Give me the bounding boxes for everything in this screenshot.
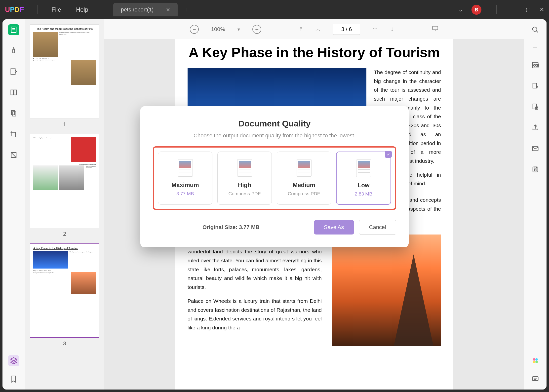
- quality-preview-icon: [356, 159, 371, 177]
- quality-preview-icon: [297, 159, 312, 177]
- maximize-icon[interactable]: ▢: [526, 6, 531, 13]
- quality-sub: Compress PDF: [279, 191, 328, 196]
- modal-title: Document Quality: [153, 119, 396, 128]
- document-tab[interactable]: pets report(1) ✕: [113, 3, 178, 16]
- check-icon: ✓: [385, 151, 392, 158]
- modal-overlay: Document Quality Choose the output docum…: [2, 19, 547, 390]
- cancel-button[interactable]: Cancel: [359, 220, 396, 235]
- quality-name: High: [220, 182, 269, 189]
- quality-preview-icon: [237, 159, 252, 177]
- quality-medium[interactable]: Medium Compress PDF: [277, 152, 331, 205]
- quality-size: 2.83 MB: [339, 191, 388, 197]
- quality-modal: Document Quality Choose the output docum…: [140, 106, 409, 247]
- quality-name: Medium: [279, 182, 328, 189]
- quality-low[interactable]: ✓ Low 2.83 MB: [336, 152, 391, 205]
- menu-help[interactable]: Help: [76, 6, 88, 13]
- save-as-button[interactable]: Save As: [314, 220, 354, 235]
- quality-high[interactable]: High Compress PDF: [217, 152, 272, 205]
- tab-close-icon[interactable]: ✕: [166, 7, 170, 13]
- quality-size: 3.77 MB: [161, 191, 210, 196]
- tab-add-icon[interactable]: +: [185, 6, 189, 14]
- quality-name: Maximum: [161, 182, 210, 189]
- app-logo: UPDF: [5, 6, 24, 14]
- quality-maximum[interactable]: Maximum 3.77 MB: [158, 152, 212, 205]
- quality-sub: Compress PDF: [220, 191, 269, 196]
- minimize-icon[interactable]: —: [511, 6, 517, 13]
- quality-preview-icon: [178, 159, 193, 177]
- chevron-down-icon[interactable]: ⌄: [458, 6, 463, 13]
- user-avatar[interactable]: B: [471, 5, 481, 15]
- titlebar: UPDF File Help pets report(1) ✕ + ⌄ B — …: [0, 0, 549, 19]
- quality-options-highlight: Maximum 3.77 MB High Compress PDF Medium…: [153, 146, 396, 210]
- close-icon[interactable]: ✕: [540, 6, 544, 13]
- quality-name: Low: [339, 182, 388, 189]
- menu-file[interactable]: File: [51, 6, 61, 13]
- modal-subtitle: Choose the output document quality from …: [153, 132, 396, 139]
- tab-title: pets report(1): [121, 6, 154, 13]
- original-size-label: Original Size: 3.77 MB: [202, 224, 260, 231]
